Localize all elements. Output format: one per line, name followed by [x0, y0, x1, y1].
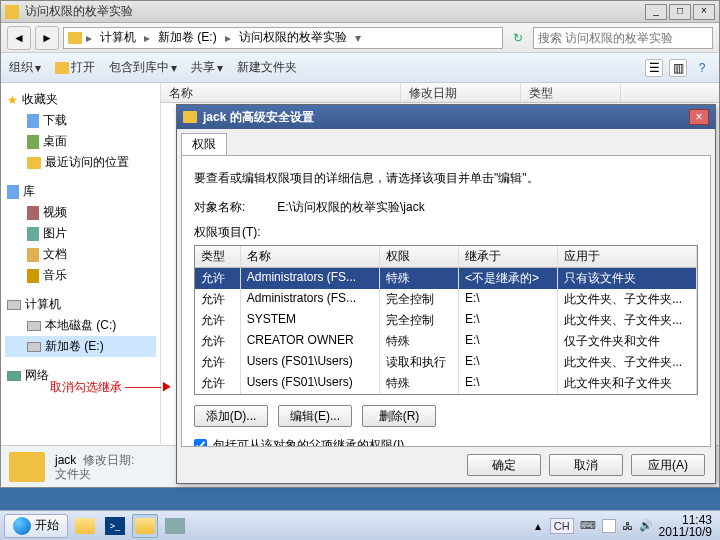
chevron-down-icon[interactable]: ▾ [355, 31, 361, 45]
sidebar-item-documents[interactable]: 文档 [5, 244, 156, 265]
sidebar-item-pictures[interactable]: 图片 [5, 223, 156, 244]
toolbar: 组织 ▾ 打开 包含到库中 ▾ 共享 ▾ 新建文件夹 ☰ ▥ ? [1, 53, 719, 83]
annotation: 取消勾选继承 ———▶ [50, 378, 173, 396]
ok-button[interactable]: 确定 [467, 454, 541, 476]
navbar: ◄ ► ▸ 计算机 ▸ 新加卷 (E:) ▸ 访问权限的枚举实验 ▾ ↻ [1, 23, 719, 53]
folder-icon [5, 5, 19, 19]
download-icon [27, 114, 39, 128]
maximize-button[interactable]: □ [669, 4, 691, 20]
apply-button[interactable]: 应用(A) [631, 454, 705, 476]
computer-icon [7, 300, 21, 310]
breadcrumb-seg[interactable]: 新加卷 (E:) [154, 28, 221, 47]
chevron-right-icon[interactable]: ▸ [144, 31, 150, 45]
sidebar-libraries[interactable]: 库 [5, 181, 156, 202]
titlebar[interactable]: 访问权限的枚举实验 _ □ × [1, 1, 719, 23]
permission-table: 类型 名称 权限 继承于 应用于 允许Administrators (FS...… [194, 245, 698, 395]
status-meta-label: 修改日期: [83, 453, 134, 467]
sidebar-item-desktop[interactable]: 桌面 [5, 131, 156, 152]
sidebar: ★收藏夹 下载 桌面 最近访问的位置 库 视频 图片 文档 音乐 计算机 本地磁… [1, 83, 161, 487]
table-row[interactable]: 允许SYSTEM完全控制E:\此文件夹、子文件夹... [195, 310, 697, 331]
object-label: 对象名称: [194, 199, 274, 216]
add-button[interactable]: 添加(D)... [194, 405, 268, 427]
close-button[interactable]: × [693, 4, 715, 20]
chevron-right-icon[interactable]: ▸ [225, 31, 231, 45]
folder-icon [183, 111, 197, 123]
star-icon: ★ [7, 93, 18, 107]
taskbar-explorer-active[interactable] [132, 514, 158, 538]
dialog-titlebar[interactable]: jack 的高级安全设置 × [177, 105, 715, 129]
sidebar-item-drive-e[interactable]: 新加卷 (E:) [5, 336, 156, 357]
music-icon [27, 269, 39, 283]
chevron-right-icon[interactable]: ▸ [86, 31, 92, 45]
open-button[interactable]: 打开 [55, 59, 95, 76]
refresh-button[interactable]: ↻ [507, 27, 529, 49]
sidebar-item-downloads[interactable]: 下载 [5, 110, 156, 131]
column-header[interactable]: 名称 修改日期 类型 [161, 83, 719, 103]
table-row[interactable]: 允许Users (FS01\Users)读取和执行E:\此文件夹、子文件夹... [195, 352, 697, 373]
table-row[interactable]: 允许Administrators (FS...完全控制E:\此文件夹、子文件夹.… [195, 289, 697, 310]
dialog-intro: 要查看或编辑权限项目的详细信息，请选择该项目并单击"编辑"。 [194, 170, 698, 187]
address-bar[interactable]: ▸ 计算机 ▸ 新加卷 (E:) ▸ 访问权限的枚举实验 ▾ [63, 27, 503, 49]
desktop-icon [27, 135, 39, 149]
view-options-button[interactable]: ☰ [645, 59, 663, 77]
object-value: E:\访问权限的枚举实验\jack [277, 200, 424, 214]
close-button[interactable]: × [689, 109, 709, 125]
back-button[interactable]: ◄ [7, 26, 31, 50]
video-icon [27, 206, 39, 220]
help-button[interactable]: ? [693, 59, 711, 77]
sidebar-item-videos[interactable]: 视频 [5, 202, 156, 223]
col-name[interactable]: 名称 [161, 83, 401, 102]
taskbar-explorer[interactable] [72, 514, 98, 538]
picture-icon [27, 227, 39, 241]
breadcrumb-seg[interactable]: 计算机 [96, 28, 140, 47]
sound-icon[interactable]: 🔊 [639, 519, 653, 532]
tray-overflow-button[interactable]: ▴ [532, 520, 544, 532]
breadcrumb-seg[interactable]: 访问权限的枚举实验 [235, 28, 351, 47]
taskbar-app[interactable] [162, 514, 188, 538]
forward-button[interactable]: ► [35, 26, 59, 50]
include-menu[interactable]: 包含到库中 ▾ [109, 59, 177, 76]
language-button[interactable]: CH [550, 518, 574, 534]
edit-button[interactable]: 编辑(E)... [278, 405, 352, 427]
table-row[interactable]: 允许Users (FS01\Users)特殊E:\此文件夹和子文件夹 [195, 373, 697, 394]
drive-icon [27, 342, 41, 352]
recent-icon [27, 157, 41, 169]
network-icon [7, 371, 21, 381]
search-input[interactable] [533, 27, 713, 49]
minimize-button[interactable]: _ [645, 4, 667, 20]
taskbar-powershell[interactable]: >_ [102, 514, 128, 538]
sidebar-computer[interactable]: 计算机 [5, 294, 156, 315]
dialog-title: jack 的高级安全设置 [203, 109, 683, 126]
table-row[interactable]: 允许Administrators (FS...特殊<不是继承的>只有该文件夹 [195, 268, 697, 289]
tab-permissions[interactable]: 权限 [181, 133, 227, 155]
col-type[interactable]: 类型 [521, 83, 621, 102]
remove-button[interactable]: 删除(R) [362, 405, 436, 427]
new-folder-button[interactable]: 新建文件夹 [237, 59, 297, 76]
network-icon[interactable]: 🖧 [622, 520, 633, 532]
folder-icon [68, 32, 82, 44]
window-title: 访问权限的枚举实验 [25, 3, 645, 20]
folder-icon [75, 518, 95, 534]
powershell-icon: >_ [105, 517, 125, 535]
start-button[interactable]: 开始 [4, 514, 68, 538]
keyboard-icon[interactable]: ⌨ [580, 519, 596, 532]
clock[interactable]: 11:43 2011/10/9 [659, 514, 712, 538]
folder-open-icon [55, 62, 69, 74]
table-row[interactable]: 允许CREATOR OWNER特殊E:\仅子文件夹和文件 [195, 331, 697, 352]
inherit-checkbox[interactable] [194, 439, 207, 447]
status-name: jack [55, 453, 76, 467]
permission-header[interactable]: 类型 名称 权限 继承于 应用于 [195, 246, 697, 268]
organize-menu[interactable]: 组织 ▾ [9, 59, 41, 76]
tab-strip: 权限 [177, 129, 715, 155]
sidebar-item-drive-c[interactable]: 本地磁盘 (C:) [5, 315, 156, 336]
windows-orb-icon [13, 517, 31, 535]
sidebar-item-music[interactable]: 音乐 [5, 265, 156, 286]
arrow-icon: ———▶ [122, 380, 173, 394]
sidebar-item-recent[interactable]: 最近访问的位置 [5, 152, 156, 173]
action-center-icon[interactable] [602, 519, 616, 533]
cancel-button[interactable]: 取消 [549, 454, 623, 476]
share-menu[interactable]: 共享 ▾ [191, 59, 223, 76]
col-date[interactable]: 修改日期 [401, 83, 521, 102]
sidebar-favorites[interactable]: ★收藏夹 [5, 89, 156, 110]
preview-pane-button[interactable]: ▥ [669, 59, 687, 77]
